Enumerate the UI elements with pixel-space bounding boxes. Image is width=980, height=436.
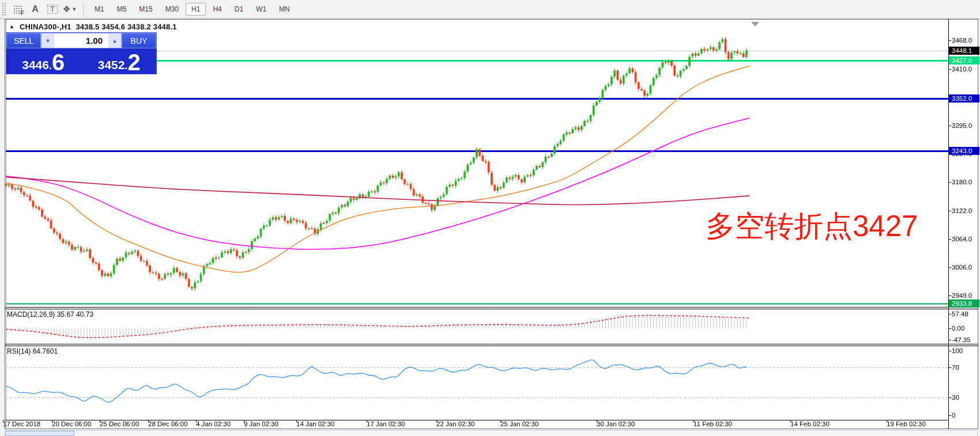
- price-tick-label: 3064.0: [952, 236, 972, 242]
- time-tick-label: 11 Feb 02:30: [693, 420, 732, 427]
- symbol-grid-icon[interactable]: F: [10, 2, 25, 17]
- price-tick-label: 3006.0: [952, 264, 972, 271]
- symbol-timeframe-label: CHINA300-,H1: [20, 22, 71, 31]
- rsi-axis-label: 30: [952, 394, 959, 401]
- rsi-axis-label: 0: [952, 412, 955, 419]
- time-tick-label: 9 Jan 02:30: [244, 420, 278, 427]
- price-tick-label: 3410.0: [952, 66, 972, 73]
- rsi-axis-label: 70: [952, 364, 959, 371]
- buy-button[interactable]: BUY: [122, 33, 156, 48]
- macd-axis-label: 57.48: [952, 310, 968, 317]
- expand-arrow-icon[interactable]: ▲: [9, 24, 14, 29]
- timeframe-button-w1[interactable]: W1: [250, 3, 272, 16]
- timeframe-button-m1[interactable]: M1: [89, 3, 110, 16]
- price-level-badge: 3448.1: [949, 47, 979, 55]
- price-tick-label: 3468.0: [952, 37, 972, 44]
- timeframe-button-mn[interactable]: MN: [273, 3, 296, 16]
- price-level-badge: 2933.8: [949, 299, 979, 308]
- timeframe-button-h1[interactable]: H1: [186, 3, 206, 16]
- bid-price-display[interactable]: 3446.6: [6, 50, 81, 74]
- horizontal-scrollbar[interactable]: [5, 430, 978, 436]
- toolbar-grip[interactable]: [2, 2, 6, 16]
- chart-text-annotation[interactable]: 多空转折点3427: [706, 211, 918, 242]
- toolbar-separator: [83, 2, 84, 16]
- timeframe-button-m30[interactable]: M30: [160, 3, 184, 16]
- timeframe-button-d1[interactable]: D1: [229, 3, 249, 16]
- price-tick-label: 3180.0: [952, 179, 972, 185]
- volume-decrease-button[interactable]: ▼: [42, 33, 54, 48]
- time-tick-label: 20 Dec 06:00: [52, 420, 91, 427]
- rsi-axis-label: 100: [952, 347, 963, 354]
- ohlc-values: 3438.5 3454.6 3438.2 3448.1: [76, 22, 176, 31]
- macd-indicator-label: MACD(12,26,9) 35.67 40.73: [7, 310, 93, 319]
- macd-axis-label: 0.00: [952, 325, 964, 332]
- time-tick-label: 25 Dec 06:00: [100, 420, 139, 427]
- main-toolbar: F A T ❖ ▼ M1M5M15M30H1H4D1W1MN: [0, 0, 980, 19]
- time-tick-label: 4 Jan 02:30: [196, 420, 231, 427]
- time-tick-label: 14 Feb 02:30: [790, 420, 830, 427]
- draw-objects-icon[interactable]: ❖ ▼: [62, 2, 77, 17]
- scrollbar-thumb[interactable]: [5, 431, 74, 436]
- ask-price-display[interactable]: 3452.2: [82, 50, 157, 74]
- timeframe-button-m15[interactable]: M15: [133, 3, 158, 16]
- volume-control: ▼ ▲: [41, 33, 122, 48]
- one-click-trading-panel: SELL ▼ ▲ BUY 3446.6 3452.2: [6, 32, 157, 74]
- chevron-down-icon: ▼: [71, 6, 77, 12]
- trading-platform-window: F A T ❖ ▼ M1M5M15M30H1H4D1W1MN ▲ CHINA30…: [0, 0, 980, 436]
- price-level-badge: 3427.0: [949, 56, 979, 65]
- timeframe-button-group: M1M5M15M30H1H4D1W1MN: [88, 3, 296, 16]
- volume-input[interactable]: [54, 33, 108, 48]
- time-tick-label: 25 Jan 02:30: [500, 420, 539, 427]
- macd-axis-label: -47.35: [952, 336, 971, 343]
- price-tick-label: 2949.0: [952, 292, 972, 299]
- time-tick-label: 30 Jan 02:30: [597, 420, 635, 427]
- rsi-indicator-label: RSI(14) 64.7601: [7, 347, 58, 355]
- time-tick-label: 22 Jan 02:30: [436, 420, 475, 427]
- price-level-badge: 3243.0: [949, 147, 979, 155]
- price-tick-label: 3295.0: [952, 122, 972, 129]
- time-tick-label: 19 Feb 02:30: [887, 420, 926, 427]
- chart-ohlc-header: ▲ CHINA300-,H1 3438.5 3454.6 3438.2 3448…: [9, 22, 177, 31]
- time-tick-label: 28 Dec 06:00: [148, 420, 187, 427]
- text-box-icon[interactable]: T: [45, 2, 60, 17]
- time-tick-label: 17 Jan 02:30: [367, 420, 405, 427]
- volume-increase-button[interactable]: ▲: [108, 33, 121, 48]
- price-level-badge: 3352.0: [949, 94, 979, 103]
- sell-button[interactable]: SELL: [6, 33, 41, 48]
- price-tick-label: 3122.0: [952, 207, 972, 214]
- time-tick-label: 17 Dec 2018: [3, 420, 40, 427]
- time-tick-label: 14 Jan 02:30: [296, 420, 335, 427]
- grid-dots-icon: F: [13, 5, 23, 14]
- text-label-icon[interactable]: A: [28, 2, 43, 17]
- timeframe-button-h4[interactable]: H4: [207, 3, 227, 16]
- timeframe-button-m5[interactable]: M5: [111, 3, 133, 16]
